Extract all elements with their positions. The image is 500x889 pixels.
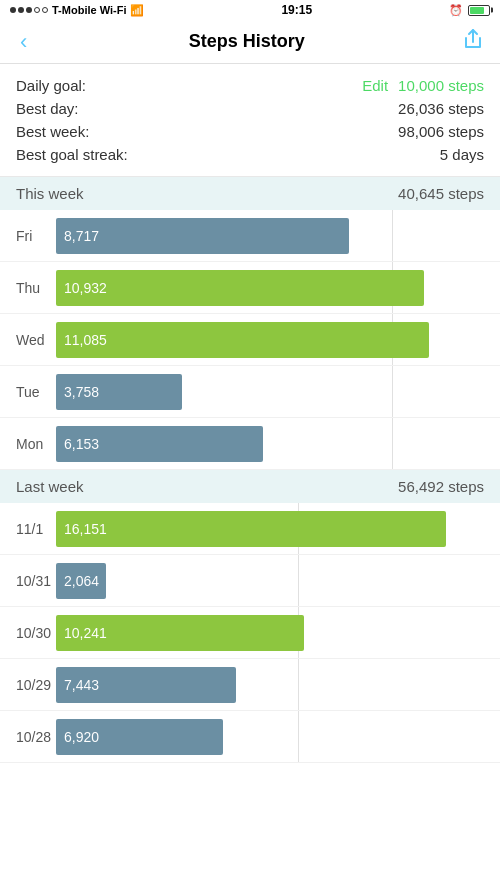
bar-day-label: Tue (16, 384, 56, 400)
best-day-label: Best day: (16, 100, 79, 117)
bar-track: 16,151 (56, 511, 500, 547)
back-button[interactable]: ‹ (16, 25, 31, 59)
streak-value: 5 days (440, 146, 484, 163)
bar-fill: 7,443 (56, 667, 236, 703)
signal-dot-2 (18, 7, 24, 13)
bar-track: 10,932 (56, 270, 500, 306)
this-week-label: This week (16, 185, 84, 202)
bar-track: 11,085 (56, 322, 500, 358)
bar-fill: 6,920 (56, 719, 223, 755)
this-week-header: This week 40,645 steps (0, 177, 500, 210)
bar-track: 6,920 (56, 719, 500, 755)
bar-day-label: Wed (16, 332, 56, 348)
best-day-value: 26,036 steps (398, 100, 484, 117)
last-week-header: Last week 56,492 steps (0, 470, 500, 503)
stat-row-best-day: Best day: 26,036 steps (16, 97, 484, 120)
bar-value-label: 8,717 (64, 228, 99, 244)
battery-fill (470, 7, 484, 14)
bar-fill: 6,153 (56, 426, 263, 462)
bar-track: 10,241 (56, 615, 500, 651)
bar-track: 8,717 (56, 218, 500, 254)
alarm-icon: ⏰ (449, 4, 463, 17)
bar-track: 6,153 (56, 426, 500, 462)
signal-dot-1 (10, 7, 16, 13)
bar-value-label: 6,153 (64, 436, 99, 452)
daily-goal-right: Edit 10,000 steps (362, 77, 484, 94)
bar-row[interactable]: Thu10,932 (0, 262, 500, 314)
time-label: 19:15 (281, 3, 312, 17)
this-week-section: This week 40,645 steps Fri8,717Thu10,932… (0, 177, 500, 470)
bar-value-label: 2,064 (64, 573, 99, 589)
last-week-label: Last week (16, 478, 84, 495)
daily-goal-label: Daily goal: (16, 77, 86, 94)
best-week-label: Best week: (16, 123, 89, 140)
status-bar: T-Mobile Wi-Fi 📶 19:15 ⏰ (0, 0, 500, 20)
bar-value-label: 3,758 (64, 384, 99, 400)
bar-row[interactable]: 10/3010,241 (0, 607, 500, 659)
stat-row-best-week: Best week: 98,006 steps (16, 120, 484, 143)
this-week-total: 40,645 steps (398, 185, 484, 202)
signal-dots (10, 7, 48, 13)
status-left: T-Mobile Wi-Fi 📶 (10, 4, 144, 17)
signal-dot-5 (42, 7, 48, 13)
wifi-icon: 📶 (130, 4, 144, 17)
bar-value-label: 11,085 (64, 332, 107, 348)
bar-track: 2,064 (56, 563, 500, 599)
bar-row[interactable]: Mon6,153 (0, 418, 500, 470)
bar-value-label: 6,920 (64, 729, 99, 745)
bar-day-label: Thu (16, 280, 56, 296)
signal-dot-3 (26, 7, 32, 13)
last-week-section: Last week 56,492 steps 11/116,15110/312,… (0, 470, 500, 763)
bar-day-label: 10/30 (16, 625, 56, 641)
best-week-value: 98,006 steps (398, 123, 484, 140)
bar-fill: 10,241 (56, 615, 304, 651)
last-week-total: 56,492 steps (398, 478, 484, 495)
bar-value-label: 16,151 (64, 521, 107, 537)
this-week-chart: Fri8,717Thu10,932Wed11,085Tue3,758Mon6,1… (0, 210, 500, 470)
bar-row[interactable]: Tue3,758 (0, 366, 500, 418)
page-title: Steps History (189, 31, 305, 52)
bar-row[interactable]: 10/297,443 (0, 659, 500, 711)
carrier-label: T-Mobile Wi-Fi (52, 4, 126, 16)
bar-row[interactable]: 10/286,920 (0, 711, 500, 763)
stat-row-daily-goal: Daily goal: Edit 10,000 steps (16, 74, 484, 97)
bar-track: 7,443 (56, 667, 500, 703)
bar-day-label: 11/1 (16, 521, 56, 537)
bar-fill: 3,758 (56, 374, 182, 410)
daily-goal-value: 10,000 steps (398, 77, 484, 94)
bar-day-label: 10/29 (16, 677, 56, 693)
bar-row[interactable]: Wed11,085 (0, 314, 500, 366)
share-button[interactable] (462, 28, 484, 55)
bar-value-label: 10,932 (64, 280, 107, 296)
nav-bar: ‹ Steps History (0, 20, 500, 64)
bar-row[interactable]: 10/312,064 (0, 555, 500, 607)
bar-fill: 8,717 (56, 218, 349, 254)
bar-day-label: 10/31 (16, 573, 56, 589)
bar-fill: 11,085 (56, 322, 429, 358)
stats-section: Daily goal: Edit 10,000 steps Best day: … (0, 64, 500, 177)
bar-fill: 10,932 (56, 270, 424, 306)
stat-row-streak: Best goal streak: 5 days (16, 143, 484, 166)
bar-track: 3,758 (56, 374, 500, 410)
bar-row[interactable]: Fri8,717 (0, 210, 500, 262)
bar-day-label: Mon (16, 436, 56, 452)
bar-value-label: 10,241 (64, 625, 107, 641)
streak-label: Best goal streak: (16, 146, 128, 163)
last-week-chart: 11/116,15110/312,06410/3010,24110/297,44… (0, 503, 500, 763)
bar-row[interactable]: 11/116,151 (0, 503, 500, 555)
bar-fill: 16,151 (56, 511, 446, 547)
bar-value-label: 7,443 (64, 677, 99, 693)
edit-button[interactable]: Edit (362, 77, 388, 94)
bar-day-label: Fri (16, 228, 56, 244)
battery-icon (468, 5, 490, 16)
bar-fill: 2,064 (56, 563, 106, 599)
status-right: ⏰ (449, 4, 490, 17)
bar-day-label: 10/28 (16, 729, 56, 745)
share-icon (462, 28, 484, 50)
signal-dot-4 (34, 7, 40, 13)
